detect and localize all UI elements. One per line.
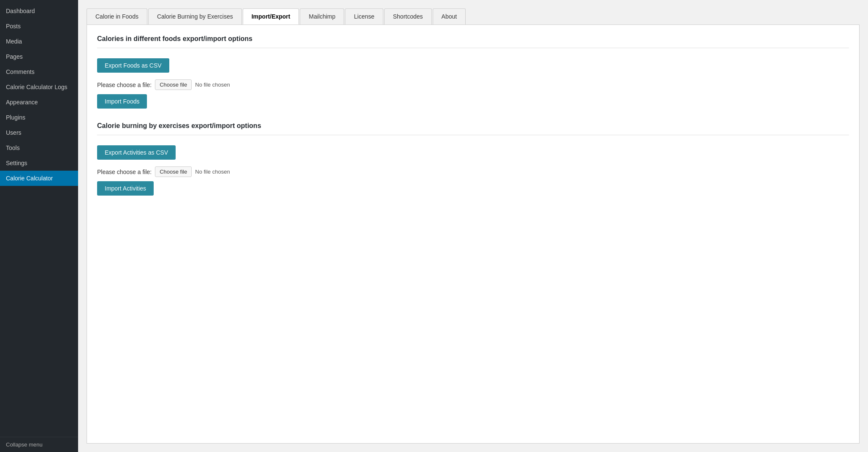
foods-divider — [97, 48, 849, 48]
foods-section-title: Calories in different foods export/impor… — [97, 35, 849, 43]
export-activities-button[interactable]: Export Activities as CSV — [97, 145, 176, 160]
sidebar-item-plugins[interactable]: Plugins — [0, 110, 78, 125]
sidebar: DashboardPostsMediaPagesCommentsCalorie … — [0, 0, 78, 452]
sidebar-item-comments[interactable]: Comments — [0, 64, 78, 79]
collapse-menu[interactable]: Collapse menu — [0, 437, 78, 452]
exercises-file-row: Please choose a file: Choose file No fil… — [97, 166, 849, 177]
main-content: Calorie in FoodsCalorie Burning by Exerc… — [78, 0, 868, 452]
collapse-menu-label: Collapse menu — [6, 441, 43, 448]
sidebar-item-calorie-calculator[interactable]: Calorie Calculator — [0, 171, 78, 186]
exercises-no-file-text: No file chosen — [195, 169, 230, 175]
exercises-file-label: Please choose a file: — [97, 169, 152, 175]
tab-mailchimp[interactable]: Mailchimp — [300, 8, 344, 25]
import-foods-button[interactable]: Import Foods — [97, 94, 147, 109]
sidebar-item-media[interactable]: Media — [0, 34, 78, 49]
content-area: Calories in different foods export/impor… — [87, 25, 860, 444]
exercises-divider — [97, 135, 849, 135]
sidebar-item-calorie-calculator-logs[interactable]: Calorie Calculator Logs — [0, 79, 78, 95]
sidebar-item-users[interactable]: Users — [0, 125, 78, 140]
tab-about[interactable]: About — [433, 8, 466, 25]
export-foods-row: Export Foods as CSV — [97, 58, 849, 73]
sidebar-item-dashboard[interactable]: Dashboard — [0, 3, 78, 19]
import-activities-button[interactable]: Import Activities — [97, 181, 154, 196]
foods-file-label: Please choose a file: — [97, 82, 152, 88]
tab-license[interactable]: License — [345, 8, 383, 25]
sidebar-item-pages[interactable]: Pages — [0, 49, 78, 64]
foods-no-file-text: No file chosen — [195, 82, 230, 88]
tab-shortcodes[interactable]: Shortcodes — [384, 8, 432, 25]
sidebar-item-settings[interactable]: Settings — [0, 155, 78, 171]
sidebar-item-tools[interactable]: Tools — [0, 140, 78, 155]
export-foods-button[interactable]: Export Foods as CSV — [97, 58, 169, 73]
export-activities-row: Export Activities as CSV — [97, 145, 849, 160]
exercises-choose-file-button[interactable]: Choose file — [155, 166, 192, 177]
exercises-section: Calorie burning by exercises export/impo… — [97, 122, 849, 196]
tab-calorie-in-foods[interactable]: Calorie in Foods — [87, 8, 147, 25]
exercises-section-title: Calorie burning by exercises export/impo… — [97, 122, 849, 130]
foods-file-row: Please choose a file: Choose file No fil… — [97, 79, 849, 90]
tab-calorie-burning-by-exercises[interactable]: Calorie Burning by Exercises — [148, 8, 242, 25]
foods-choose-file-button[interactable]: Choose file — [155, 79, 192, 90]
import-foods-row: Import Foods — [97, 94, 849, 109]
tabs-bar: Calorie in FoodsCalorie Burning by Exerc… — [78, 0, 868, 25]
import-activities-row: Import Activities — [97, 181, 849, 196]
tab-import/export[interactable]: Import/Export — [243, 8, 299, 25]
foods-section: Calories in different foods export/impor… — [97, 35, 849, 109]
sidebar-item-appearance[interactable]: Appearance — [0, 95, 78, 110]
sidebar-item-posts[interactable]: Posts — [0, 19, 78, 34]
